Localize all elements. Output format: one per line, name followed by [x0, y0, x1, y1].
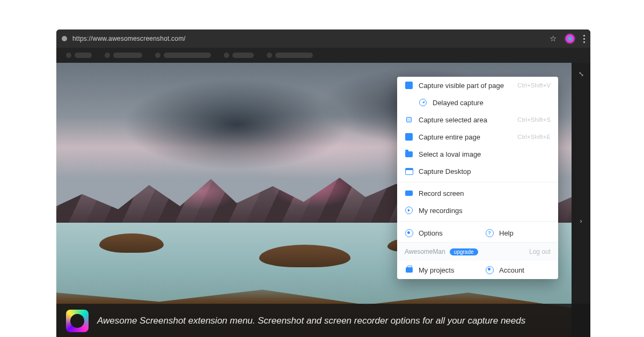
caption-text: Awesome Screenshot extension menu. Scree… [97, 315, 525, 327]
menu-select-local-image[interactable]: Select a loval image [397, 145, 558, 163]
bookmark-star-icon[interactable]: ☆ [550, 34, 557, 43]
square-small-icon [405, 115, 413, 124]
menu-options[interactable]: Options [397, 224, 478, 242]
caption-bar: Awesome Screenshot extension menu. Scree… [56, 304, 590, 337]
menu-label: Help [499, 229, 514, 237]
user-icon [485, 266, 494, 274]
right-side-panel: ⤡ › [572, 63, 590, 337]
menu-help[interactable]: ? Help [478, 224, 558, 242]
bookmarks-bar [56, 48, 590, 63]
site-identity-icon [62, 36, 67, 41]
shortcut-text: Ctrl+Shift+E [517, 134, 551, 140]
menu-label: Select a loval image [419, 150, 551, 158]
upgrade-badge[interactable]: upgrade [450, 248, 478, 255]
help-icon: ? [485, 229, 494, 237]
menu-capture-desktop[interactable]: Capture Desktop [397, 163, 558, 180]
menu-label: Capture visible part of page [419, 82, 512, 90]
username-text: AwesomeMan [405, 248, 445, 255]
menu-capture-entire[interactable]: Capture entire page Ctrl+Shift+E [397, 128, 558, 145]
menu-my-projects[interactable]: My projects [397, 261, 478, 279]
menu-label: My projects [419, 266, 454, 274]
menu-capture-visible[interactable]: Capture visible part of page Ctrl+Shift+… [397, 77, 558, 94]
briefcase-icon [405, 266, 413, 274]
menu-label: My recordings [419, 207, 551, 215]
awesome-screenshot-logo-icon [66, 310, 89, 332]
window-icon [405, 167, 413, 175]
chevron-right-icon[interactable]: › [580, 217, 582, 225]
gear-icon [405, 229, 413, 237]
menu-label: Options [419, 229, 443, 237]
menu-delayed-capture[interactable]: Delayed capture [397, 94, 558, 111]
folder-icon [405, 150, 413, 158]
extension-icon[interactable] [564, 33, 576, 45]
menu-label: Capture entire page [419, 133, 512, 141]
menu-record-screen[interactable]: Record screen [397, 185, 558, 202]
collapse-icon[interactable]: ⤡ [579, 70, 584, 78]
square-icon [405, 133, 413, 141]
shortcut-text: Ctrl+Shift+S [517, 116, 551, 123]
camera-icon [405, 189, 413, 197]
menu-label: Delayed capture [433, 99, 551, 107]
menu-label: Capture selected area [419, 116, 512, 124]
browser-window: https://www.awesomescreenshot.com/ ☆ [56, 30, 590, 337]
menu-label: Record screen [419, 189, 551, 197]
menu-my-recordings[interactable]: My recordings [397, 202, 558, 219]
url-field[interactable]: https://www.awesomescreenshot.com/ [72, 35, 544, 42]
shortcut-text: Ctrl+Shift+V [517, 82, 551, 89]
user-row: AwesomeMan upgrade Log out [397, 242, 558, 261]
menu-label: Capture Desktop [419, 167, 551, 175]
timer-icon [419, 98, 427, 107]
menu-label: Account [499, 266, 524, 274]
logout-link[interactable]: Log out [529, 248, 551, 255]
address-bar: https://www.awesomescreenshot.com/ ☆ [56, 30, 590, 48]
browser-menu-icon[interactable] [583, 35, 585, 43]
square-icon [405, 81, 413, 90]
menu-capture-selected[interactable]: Capture selected area Ctrl+Shift+S [397, 111, 558, 128]
menu-account[interactable]: Account [478, 261, 558, 279]
page-content: ⤡ › Capture visible part of page Ctrl+Sh… [56, 63, 590, 337]
play-icon [405, 206, 413, 215]
extension-popup: Capture visible part of page Ctrl+Shift+… [397, 77, 558, 279]
